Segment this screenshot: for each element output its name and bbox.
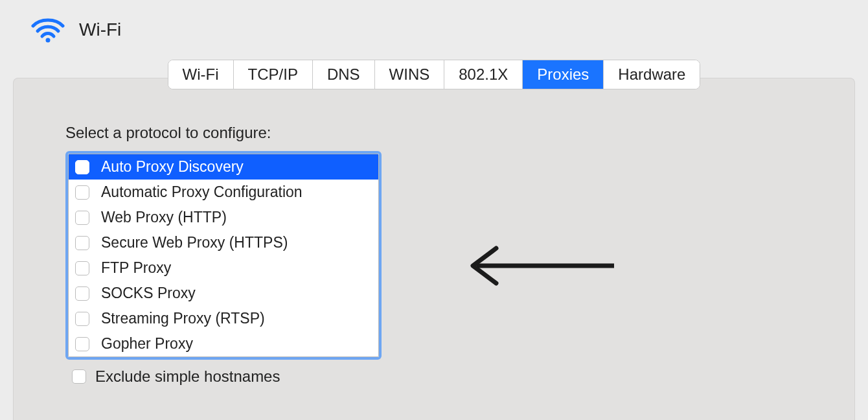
- exclude-checkbox[interactable]: [72, 369, 86, 384]
- tab-8021x[interactable]: 802.1X: [444, 60, 523, 89]
- header: Wi-Fi: [0, 0, 868, 60]
- protocol-item-auto-discovery[interactable]: Auto Proxy Discovery: [69, 154, 378, 180]
- arrow-annotation-icon: [464, 243, 619, 291]
- protocol-item-auto-config[interactable]: Automatic Proxy Configuration: [69, 180, 378, 205]
- protocol-listbox[interactable]: Auto Proxy Discovery Automatic Proxy Con…: [65, 151, 382, 360]
- settings-panel: Select a protocol to configure: Auto Pro…: [13, 78, 855, 420]
- exclude-row: Exclude simple hostnames: [65, 368, 803, 386]
- tab-bar: Wi-Fi TCP/IP DNS WINS 802.1X Proxies Har…: [0, 60, 868, 89]
- tabs-container: Wi-Fi TCP/IP DNS WINS 802.1X Proxies Har…: [168, 60, 701, 89]
- protocol-checkbox[interactable]: [75, 236, 89, 250]
- protocol-section-label: Select a protocol to configure:: [65, 124, 803, 142]
- protocol-item-rtsp[interactable]: Streaming Proxy (RTSP): [69, 306, 378, 331]
- protocol-item-label: Streaming Proxy (RTSP): [101, 310, 265, 327]
- protocol-item-label: Auto Proxy Discovery: [101, 158, 244, 176]
- protocol-item-label: Automatic Proxy Configuration: [101, 183, 303, 201]
- protocol-item-label: FTP Proxy: [101, 259, 171, 277]
- protocol-item-http[interactable]: Web Proxy (HTTP): [69, 205, 378, 230]
- exclude-label: Exclude simple hostnames: [95, 368, 280, 386]
- tab-dns[interactable]: DNS: [313, 60, 375, 89]
- svg-point-0: [46, 38, 51, 43]
- protocol-item-ftp[interactable]: FTP Proxy: [69, 255, 378, 281]
- tab-wins[interactable]: WINS: [375, 60, 445, 89]
- protocol-item-label: SOCKS Proxy: [101, 285, 196, 302]
- tab-proxies[interactable]: Proxies: [523, 60, 604, 89]
- protocol-item-gopher[interactable]: Gopher Proxy: [69, 331, 378, 356]
- protocol-item-label: Gopher Proxy: [101, 335, 193, 353]
- tab-tcpip[interactable]: TCP/IP: [234, 60, 313, 89]
- page-title: Wi-Fi: [79, 19, 121, 40]
- protocol-item-https[interactable]: Secure Web Proxy (HTTPS): [69, 230, 378, 255]
- protocol-checkbox[interactable]: [75, 160, 89, 174]
- protocol-checkbox[interactable]: [75, 211, 89, 225]
- protocol-checkbox[interactable]: [75, 337, 89, 351]
- protocol-item-label: Web Proxy (HTTP): [101, 209, 227, 226]
- protocol-checkbox[interactable]: [75, 312, 89, 326]
- tab-wifi[interactable]: Wi-Fi: [168, 60, 234, 89]
- tab-hardware[interactable]: Hardware: [604, 60, 700, 89]
- protocol-item-label: Secure Web Proxy (HTTPS): [101, 234, 288, 251]
- protocol-checkbox[interactable]: [75, 286, 89, 301]
- protocol-checkbox[interactable]: [75, 261, 89, 275]
- protocol-item-socks[interactable]: SOCKS Proxy: [69, 281, 378, 306]
- protocol-listbox-inner: Auto Proxy Discovery Automatic Proxy Con…: [68, 154, 379, 357]
- protocol-checkbox[interactable]: [75, 185, 89, 200]
- wifi-icon: [30, 16, 66, 44]
